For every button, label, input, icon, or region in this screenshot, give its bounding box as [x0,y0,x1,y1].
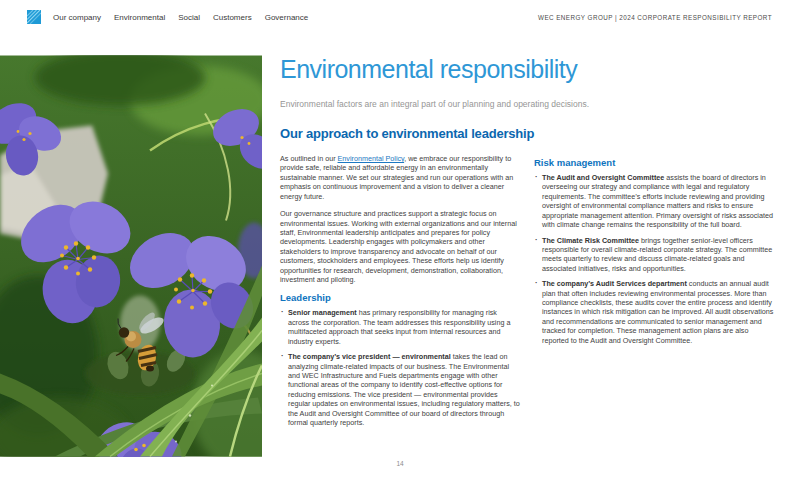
environmental-policy-link[interactable]: Environmental Policy [338,154,405,163]
report-title-label: WEC ENERGY GROUP | 2024 CORPORATE RESPON… [538,14,772,21]
left-column: As outlined in our Environmental Policy,… [280,154,520,434]
wec-logo-icon[interactable] [27,10,41,24]
nav-our-company[interactable]: Our company [53,13,101,22]
bullet-rest: conducts an annual audit plan that often… [542,279,773,345]
top-nav-bar: Our company Environmental Social Custome… [0,0,800,34]
leadership-bullet-2: The company’s vice president — environme… [280,352,520,427]
two-column-layout: As outlined in our Environmental Policy,… [280,154,776,434]
risk-bullet-list: The Audit and Oversight Committee assist… [534,173,776,345]
bullet-lead: The company’s vice president — environme… [288,352,451,361]
report-page: Our company Environmental Social Custome… [0,0,800,485]
page-title: Environmental responsibility [280,55,776,84]
section-heading: Our approach to environmental leadership [280,126,776,141]
risk-bullet-2: The Climate Risk Committee brings togeth… [534,236,776,274]
risk-management-heading: Risk management [534,157,776,168]
intro-p1-before: As outlined in our [280,154,338,163]
intro-paragraph-1: As outlined in our Environmental Policy,… [280,154,520,201]
risk-bullet-1: The Audit and Oversight Committee assist… [534,173,776,230]
nav-environmental[interactable]: Environmental [114,13,165,22]
bullet-lead: Senior management [288,308,357,317]
bullet-lead: The company’s Audit Services department [542,279,687,288]
leadership-heading: Leadership [280,292,520,303]
nav-social[interactable]: Social [178,13,200,22]
main-nav: Our company Environmental Social Custome… [53,13,308,22]
flower-photo [0,55,262,457]
intro-paragraph-2: Our governance structure and practices s… [280,209,520,284]
bullet-lead: The Audit and Oversight Committee [542,173,664,182]
bullet-lead: The Climate Risk Committee [542,236,639,245]
right-column: Risk management The Audit and Oversight … [534,154,776,351]
page-subtitle: Environmental factors are an integral pa… [280,99,776,109]
main-content: Environmental responsibility Environment… [280,48,776,434]
nav-customers[interactable]: Customers [213,13,252,22]
bullet-rest: takes the lead on analyzing climate-rela… [288,352,520,427]
leadership-bullet-1: Senior management has primary responsibi… [280,308,520,346]
spiderwort-bee-illustration [0,55,262,457]
leadership-bullet-list: Senior management has primary responsibi… [280,308,520,427]
nav-governance[interactable]: Governance [265,13,309,22]
page-number: 14 [0,460,800,467]
risk-bullet-3: The company’s Audit Services department … [534,279,776,345]
